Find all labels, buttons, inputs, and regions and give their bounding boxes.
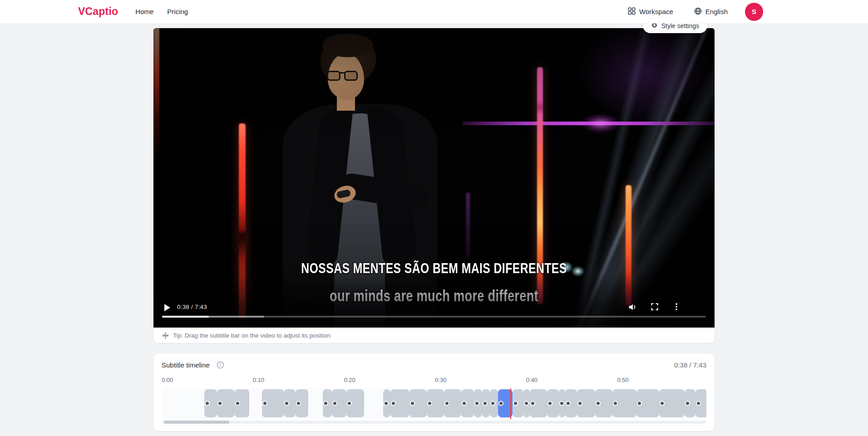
subtitle-segment[interactable]	[409, 389, 427, 417]
subtitle-timeline-card: Subtitle timeline 0:38 / 7:43 0:000:100:…	[153, 353, 715, 431]
segment-start-handle[interactable]	[384, 401, 389, 406]
subtitle-segment[interactable]	[346, 389, 364, 417]
video-seek-bar[interactable]	[162, 316, 706, 318]
subtitle-segment[interactable]	[565, 389, 577, 417]
subtitle-segment[interactable]	[235, 389, 249, 417]
timeline-ruler: 0:000:100:200:300:400:50	[162, 377, 706, 385]
subtitle-segment[interactable]	[695, 389, 706, 417]
segment-start-handle[interactable]	[462, 401, 467, 406]
seek-played	[162, 316, 209, 318]
tip-bar: Tip: Drag the subtitle bar on the video …	[153, 328, 715, 343]
tip-text: Tip: Drag the subtitle bar on the video …	[173, 332, 330, 339]
subtitle-segment[interactable]	[217, 389, 234, 417]
move-icon	[162, 332, 169, 339]
segment-start-handle[interactable]	[483, 401, 488, 406]
segment-start-handle[interactable]	[444, 401, 449, 406]
subtitle-segment[interactable]	[474, 389, 482, 417]
info-icon[interactable]	[217, 361, 224, 371]
segment-start-handle[interactable]	[332, 401, 337, 406]
workspace-button[interactable]: Workspace	[628, 7, 673, 16]
video-controls: 0:38 / 7:43	[153, 300, 715, 328]
segment-start-handle[interactable]	[490, 401, 495, 406]
subtitle-segment[interactable]	[513, 389, 523, 417]
segment-start-handle[interactable]	[284, 401, 289, 406]
language-label: English	[705, 8, 728, 15]
subtitle-segment[interactable]	[332, 389, 346, 417]
segment-start-handle[interactable]	[262, 401, 267, 406]
subtitle-segment[interactable]	[659, 389, 685, 417]
avatar[interactable]: S	[745, 3, 763, 21]
segment-start-handle[interactable]	[577, 401, 582, 406]
subtitle-segment[interactable]	[547, 389, 559, 417]
segment-start-handle[interactable]	[391, 401, 396, 406]
timeline-scrollbar[interactable]	[162, 421, 706, 424]
segment-start-handle[interactable]	[524, 401, 529, 406]
timeline-scrollbar-thumb[interactable]	[164, 421, 229, 424]
segment-start-handle[interactable]	[566, 401, 571, 406]
segment-start-handle[interactable]	[559, 401, 564, 406]
segment-start-handle[interactable]	[660, 401, 665, 406]
workspace-label: Workspace	[639, 8, 673, 15]
subtitle-segment[interactable]	[595, 389, 612, 417]
timeline-tick-label: 0:10	[253, 377, 264, 383]
timeline-track[interactable]	[162, 388, 706, 419]
segment-start-handle[interactable]	[410, 401, 415, 406]
subtitle-segment[interactable]	[204, 389, 217, 417]
segment-start-handle[interactable]	[427, 401, 432, 406]
segment-start-handle[interactable]	[474, 401, 479, 406]
segment-start-handle[interactable]	[547, 401, 552, 406]
timeline-tick-label: 0:40	[526, 377, 538, 383]
timeline-tick-label: 0:00	[162, 377, 173, 383]
segment-start-handle[interactable]	[235, 401, 240, 406]
brand-logo[interactable]: VCaptio	[78, 5, 118, 18]
nav-link-home[interactable]: Home	[135, 8, 153, 15]
subtitle-segment[interactable]	[262, 389, 284, 417]
segment-start-handle[interactable]	[613, 401, 618, 406]
segment-start-handle[interactable]	[205, 401, 210, 406]
video-player[interactable]: NOSSAS MENTES SÃO BEM MAIS DIFERENTES ou…	[153, 28, 715, 328]
subtitle-segment[interactable]	[427, 389, 444, 417]
segment-start-handle[interactable]	[347, 401, 352, 406]
workspace-grid-icon	[628, 7, 636, 16]
subtitle-segment[interactable]	[482, 389, 489, 417]
segment-start-handle[interactable]	[637, 401, 642, 406]
subtitle-segment[interactable]	[390, 389, 409, 417]
segment-start-handle[interactable]	[513, 401, 518, 406]
fullscreen-button[interactable]	[650, 302, 661, 313]
subtitle-segment[interactable]	[530, 389, 547, 417]
overflow-menu-icon[interactable]	[672, 302, 683, 313]
play-button[interactable]	[163, 303, 172, 312]
subtitle-segment[interactable]	[523, 389, 530, 417]
globe-icon	[694, 7, 702, 16]
subtitle-segment[interactable]	[559, 389, 565, 417]
subtitle-segment[interactable]	[685, 389, 695, 417]
subtitle-segment[interactable]	[323, 389, 332, 417]
segment-start-handle[interactable]	[498, 401, 503, 406]
subtitle-segment[interactable]	[296, 389, 308, 417]
subtitle-segment[interactable]	[577, 389, 595, 417]
subtitle-segment[interactable]	[284, 389, 296, 417]
timeline-playhead[interactable]	[510, 388, 511, 419]
segment-start-handle[interactable]	[696, 401, 701, 406]
navbar: VCaptio Home Pricing Workspace	[0, 0, 868, 24]
timeline-tick-label: 0:50	[617, 377, 629, 383]
timeline-tick-label: 0:30	[435, 377, 446, 383]
segment-start-handle[interactable]	[217, 401, 222, 406]
segment-start-handle[interactable]	[596, 401, 601, 406]
timeline-tick-label: 0:20	[344, 377, 355, 383]
timeline-time-display: 0:38 / 7:43	[674, 361, 706, 369]
subtitle-segment[interactable]	[490, 389, 498, 417]
timeline-title: Subtitle timeline	[162, 361, 210, 369]
subtitle-segment[interactable]	[383, 389, 390, 417]
subtitle-segment[interactable]	[461, 389, 474, 417]
subtitle-segment[interactable]	[444, 389, 461, 417]
subtitle-segment[interactable]	[636, 389, 659, 417]
nav-link-pricing[interactable]: Pricing	[167, 8, 188, 15]
segment-start-handle[interactable]	[296, 401, 301, 406]
language-selector[interactable]: English	[694, 7, 728, 16]
segment-start-handle[interactable]	[323, 401, 328, 406]
segment-start-handle[interactable]	[530, 401, 535, 406]
subtitle-segment[interactable]	[612, 389, 636, 417]
segment-start-handle[interactable]	[685, 401, 690, 406]
volume-button[interactable]	[627, 302, 638, 313]
